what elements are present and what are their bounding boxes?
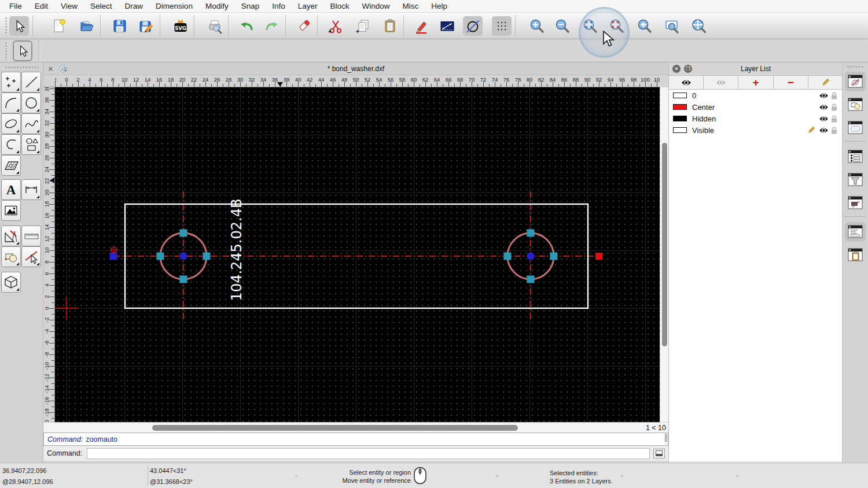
dock-block-list-button[interactable]	[845, 95, 866, 114]
print-preview-button[interactable]	[205, 16, 225, 36]
line-tool-button[interactable]	[21, 72, 41, 93]
text-tool-button[interactable]: A	[1, 179, 21, 200]
copy-button[interactable]: +	[354, 16, 373, 36]
menu-misc[interactable]: Misc	[403, 2, 419, 10]
options-drag-handle[interactable]	[5, 42, 8, 60]
zoom-in-button[interactable]	[527, 16, 547, 36]
redo-button[interactable]	[262, 16, 282, 36]
horizontal-scroll-thumb[interactable]	[152, 425, 518, 431]
dock-selection-filter-button[interactable]	[845, 170, 866, 190]
v-ruler-label: -4	[43, 325, 50, 338]
draft-mode-button[interactable]	[463, 16, 483, 36]
spline-tool-button[interactable]	[21, 113, 41, 134]
circle-tool-button[interactable]	[21, 93, 41, 113]
menu-edit[interactable]: Edit	[35, 2, 48, 10]
dock-clipboard-button[interactable]	[845, 245, 866, 265]
draw-pen-button[interactable]	[412, 16, 432, 36]
layer-visibility-icon[interactable]	[819, 127, 829, 134]
open-file-button[interactable]	[77, 16, 97, 36]
command-history: Command: zoomauto	[43, 432, 668, 446]
selection-pointer-button[interactable]	[13, 40, 32, 61]
layer-lock-icon[interactable]	[831, 127, 837, 134]
layer-visibility-icon[interactable]	[819, 116, 829, 122]
menu-layer[interactable]: Layer	[298, 2, 318, 10]
zoom-out-button[interactable]	[553, 16, 572, 36]
undo-button[interactable]	[237, 16, 256, 36]
solid-tool-button[interactable]	[1, 272, 21, 293]
measure-tool-button[interactable]	[21, 225, 41, 246]
drawing-canvas[interactable]: 104.245.02.4B	[55, 87, 660, 422]
menu-window[interactable]: Window	[362, 2, 390, 10]
hide-all-layers-button[interactable]	[704, 76, 738, 89]
menu-dimension[interactable]: Dimension	[156, 2, 193, 10]
menu-info[interactable]: Info	[272, 2, 285, 10]
layer-lock-icon[interactable]	[831, 92, 837, 99]
layer-row-0[interactable]: 0	[669, 90, 843, 101]
dimension-tool-button[interactable]	[21, 179, 41, 200]
command-input[interactable]	[87, 448, 650, 459]
layer-lock-icon[interactable]	[831, 115, 837, 123]
select-arrow-button[interactable]	[9, 16, 29, 36]
arc-tool-button[interactable]	[1, 93, 21, 113]
dock-entity-list-button[interactable]	[845, 147, 866, 167]
vertical-scrollbar[interactable]	[660, 87, 668, 422]
menu-select[interactable]: Select	[90, 2, 112, 10]
save-button[interactable]	[110, 16, 130, 36]
menu-block[interactable]: Block	[330, 2, 350, 10]
horizontal-scrollbar[interactable]	[55, 423, 641, 432]
layer-row-visible[interactable]: Visible	[669, 124, 843, 136]
menu-file[interactable]: File	[9, 2, 22, 10]
layer-row-center[interactable]: Center	[669, 101, 843, 113]
handle-centerline-end[interactable]	[595, 253, 602, 260]
layer-visibility-icon[interactable]	[819, 104, 829, 110]
layer-visibility-icon[interactable]	[819, 93, 829, 99]
palette-drag-handle[interactable]	[5, 66, 38, 69]
menu-snap[interactable]: Snap	[241, 2, 260, 10]
paste-button[interactable]	[380, 16, 400, 36]
polygon-tool-button[interactable]	[21, 134, 41, 155]
entity-dimension-text[interactable]: 104.245.02.4B	[229, 199, 245, 301]
creation-tools-button[interactable]	[1, 225, 21, 246]
handle-centerline-start[interactable]	[110, 253, 117, 260]
add-layer-button[interactable]: +	[738, 76, 773, 89]
v-ruler-label: 22	[43, 175, 50, 187]
toolbar-drag-handle[interactable]	[5, 17, 8, 35]
cursor-x-marker	[277, 82, 283, 87]
svg-export-button[interactable]: SVG	[171, 16, 190, 36]
zoom-pan-button[interactable]	[689, 16, 709, 36]
dock-command-line-button[interactable]	[845, 222, 866, 242]
select-tool-button[interactable]	[21, 246, 41, 267]
image-tool-button[interactable]	[1, 200, 21, 221]
grid-toggle-button[interactable]	[492, 16, 512, 36]
polyline-tool-button[interactable]	[1, 134, 21, 155]
zoom-window-button[interactable]	[663, 16, 682, 36]
edit-layer-button[interactable]	[808, 76, 843, 89]
layer-row-hidden[interactable]: Hidden	[669, 113, 843, 124]
dimension-button[interactable]	[437, 16, 457, 36]
new-document-icon	[51, 18, 67, 34]
history-scrollbar[interactable]	[664, 434, 667, 445]
hatch-tool-button[interactable]	[1, 155, 21, 176]
zoom-previous-button[interactable]	[635, 16, 654, 36]
remove-layer-button[interactable]: −	[774, 76, 808, 89]
dock-library-browser-button[interactable]	[845, 118, 866, 138]
save-as-button[interactable]	[137, 16, 156, 36]
menu-view[interactable]: View	[61, 2, 78, 10]
blocks-tool-button[interactable]	[1, 246, 21, 267]
dock-drag-handle[interactable]	[847, 65, 864, 68]
show-all-layers-button[interactable]	[669, 76, 704, 89]
menu-draw[interactable]: Draw	[125, 2, 144, 10]
dock-pen-palette-button[interactable]	[845, 193, 866, 213]
ellipse-tool-button[interactable]	[1, 113, 21, 134]
new-document-button[interactable]	[49, 16, 69, 36]
v-ruler-label: 16	[43, 209, 50, 222]
cut-button[interactable]: +	[326, 16, 345, 36]
delete-button[interactable]	[294, 16, 314, 36]
menu-help[interactable]: Help	[431, 2, 447, 10]
vertical-scroll-thumb[interactable]	[662, 143, 667, 346]
command-options-button[interactable]	[653, 449, 665, 459]
dock-layer-list-button[interactable]	[845, 72, 866, 91]
layer-lock-icon[interactable]	[831, 103, 837, 111]
menu-modify[interactable]: Modify	[205, 2, 229, 10]
points-tool-button[interactable]	[1, 72, 21, 93]
